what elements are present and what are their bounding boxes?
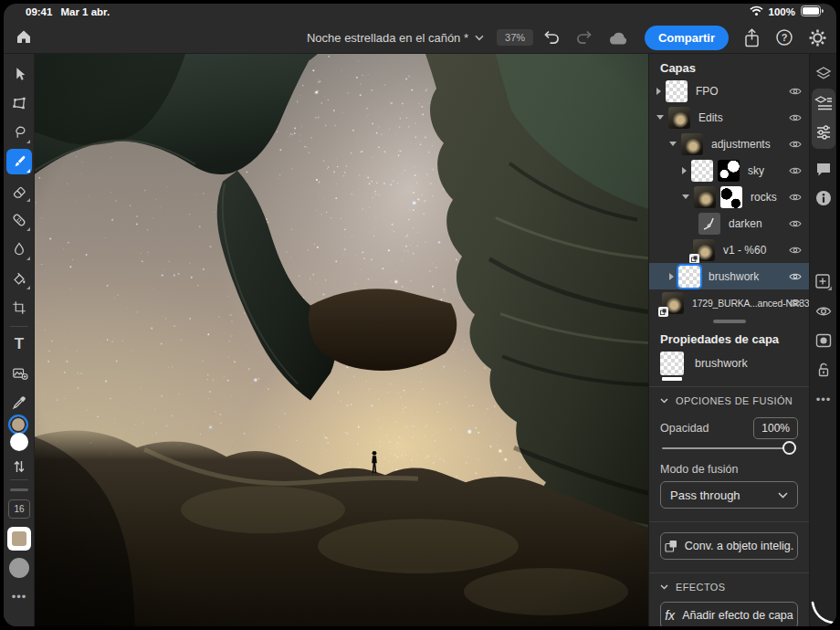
- convert-smart-object-button[interactable]: Conv. a objeto intelig.: [660, 532, 798, 560]
- brush-color-preview: [12, 531, 26, 546]
- eyedropper-tool[interactable]: [6, 390, 32, 415]
- chevron-down-icon: [778, 492, 788, 499]
- fill-tool[interactable]: [6, 266, 32, 291]
- type-tool[interactable]: T: [6, 331, 32, 357]
- layers-view-button[interactable]: [811, 61, 836, 87]
- layer-row-darken[interactable]: darken: [649, 210, 809, 236]
- panel-rail: •••: [809, 54, 836, 626]
- brush-tool[interactable]: [6, 149, 32, 174]
- effects-header[interactable]: EFECTOS: [660, 582, 726, 593]
- export-icon[interactable]: [743, 28, 761, 47]
- layer-row-1729[interactable]: 1729_BURKA...anced-NR33: [649, 289, 809, 316]
- more-options-button[interactable]: •••: [811, 386, 836, 412]
- layer-thumbnail[interactable]: [691, 160, 713, 182]
- share-button[interactable]: Compartir: [645, 26, 729, 50]
- opacity-value[interactable]: 100%: [753, 417, 798, 439]
- info-button[interactable]: [811, 185, 836, 211]
- place-image-tool[interactable]: [6, 361, 32, 386]
- layer-properties-button[interactable]: [811, 90, 836, 116]
- visibility-eye-icon[interactable]: [789, 139, 802, 149]
- screen-corner-arc: [811, 601, 835, 625]
- layer-row-adjustments[interactable]: adjustments: [649, 131, 809, 157]
- subtool-indicator: [26, 257, 30, 260]
- document-canvas[interactable]: [35, 54, 648, 626]
- opacity-label: Opacidad: [660, 422, 709, 435]
- rail-drag-handle[interactable]: [10, 488, 28, 491]
- undo-button[interactable]: [542, 29, 561, 46]
- layer-row-edits[interactable]: Edits: [649, 104, 809, 131]
- layer-row-fpo[interactable]: FPO: [649, 78, 809, 104]
- expander-expanded-icon[interactable]: [656, 115, 664, 120]
- lock-layer-button[interactable]: [811, 357, 836, 383]
- svg-text:?: ?: [782, 32, 788, 43]
- redo-button[interactable]: [575, 29, 593, 46]
- lasso-tool[interactable]: [6, 120, 32, 145]
- chevron-down-icon: [660, 398, 668, 404]
- home-button[interactable]: [15, 27, 33, 46]
- expander-collapsed-icon[interactable]: [656, 88, 661, 95]
- add-layer-effect-button[interactable]: fx Añadir efecto de capa: [660, 602, 798, 626]
- rail-more-button[interactable]: •••: [6, 583, 32, 609]
- app-window: 09:41 Mar 1 abr. 100% Noche estrellada e…: [4, 4, 836, 626]
- visibility-eye-icon[interactable]: [789, 165, 802, 175]
- swap-colors-button[interactable]: [6, 454, 32, 479]
- top-toolbar: Noche estrellada en el cañón * 37% Compa…: [4, 21, 836, 54]
- blend-options-header[interactable]: OPCIONES DE FUSIÓN: [660, 395, 793, 406]
- move-tool[interactable]: [6, 61, 32, 87]
- smart-object-thumbnail[interactable]: [693, 239, 715, 261]
- layer-thumbnail[interactable]: [681, 133, 703, 155]
- eraser-tool[interactable]: [6, 178, 32, 204]
- subtool-indicator: [26, 169, 30, 173]
- expander-collapsed-icon[interactable]: [669, 273, 674, 280]
- layer-thumbnail[interactable]: [678, 266, 700, 288]
- smart-object-thumbnail[interactable]: [662, 292, 684, 314]
- visibility-eye-icon[interactable]: [789, 112, 802, 122]
- brush-size-chip[interactable]: 16: [8, 499, 30, 519]
- chevron-down-icon: [475, 35, 484, 41]
- settings-gear-icon[interactable]: [808, 28, 827, 47]
- expander-collapsed-icon[interactable]: [682, 167, 687, 174]
- visibility-eye-icon[interactable]: [789, 245, 802, 255]
- visibility-eye-icon[interactable]: [789, 86, 802, 96]
- visibility-eye-icon[interactable]: [789, 271, 802, 281]
- brush-color-chip[interactable]: [7, 527, 31, 551]
- add-layer-button[interactable]: [811, 269, 836, 295]
- adjustments-button[interactable]: [811, 120, 836, 145]
- smart-object-badge: [689, 254, 699, 264]
- expander-expanded-icon[interactable]: [669, 142, 677, 146]
- crop-tool[interactable]: [6, 295, 32, 320]
- expander-expanded-icon[interactable]: [682, 194, 689, 199]
- layer-mask-button[interactable]: [811, 328, 836, 353]
- visibility-eye-icon[interactable]: [789, 218, 802, 228]
- layer-thumbnail[interactable]: [666, 80, 688, 102]
- wifi-icon: [750, 5, 763, 18]
- brush-preview-chip[interactable]: [9, 558, 29, 578]
- visibility-eye-icon[interactable]: [789, 192, 802, 202]
- opacity-slider[interactable]: [662, 441, 796, 456]
- foreground-color-swatch[interactable]: [8, 415, 28, 435]
- transform-tool[interactable]: [6, 90, 32, 116]
- blend-mode-select[interactable]: Pass through: [660, 481, 798, 509]
- background-color-swatch[interactable]: [10, 433, 28, 451]
- zoom-level-badge[interactable]: 37%: [497, 29, 533, 46]
- document-title[interactable]: Noche estrellada en el cañón *: [307, 31, 484, 45]
- layer-mask-thumbnail[interactable]: [718, 160, 740, 182]
- visibility-eye-icon[interactable]: [789, 298, 802, 308]
- comments-button[interactable]: [811, 156, 836, 182]
- layer-row-rocks[interactable]: rocks: [649, 184, 809, 210]
- help-button[interactable]: ?: [775, 28, 793, 47]
- layer-visibility-button[interactable]: [811, 299, 836, 324]
- status-time: 09:41: [26, 6, 52, 17]
- curves-adjustment-thumbnail[interactable]: [698, 213, 720, 235]
- cloud-sync-icon[interactable]: [608, 30, 630, 46]
- layer-thumbnail[interactable]: [668, 107, 690, 129]
- opacity-slider-thumb[interactable]: [782, 441, 796, 455]
- healing-tool[interactable]: [6, 207, 32, 233]
- layer-thumbnail[interactable]: [694, 186, 716, 208]
- panel-resize-handle[interactable]: [713, 320, 746, 323]
- blur-tool[interactable]: [6, 236, 32, 262]
- layer-row-v1[interactable]: v1 - %60: [649, 236, 809, 263]
- layer-mask-thumbnail[interactable]: [720, 186, 742, 208]
- layer-row-sky[interactable]: sky: [649, 157, 809, 184]
- layer-row-brushwork-selected[interactable]: brushwork: [649, 263, 809, 289]
